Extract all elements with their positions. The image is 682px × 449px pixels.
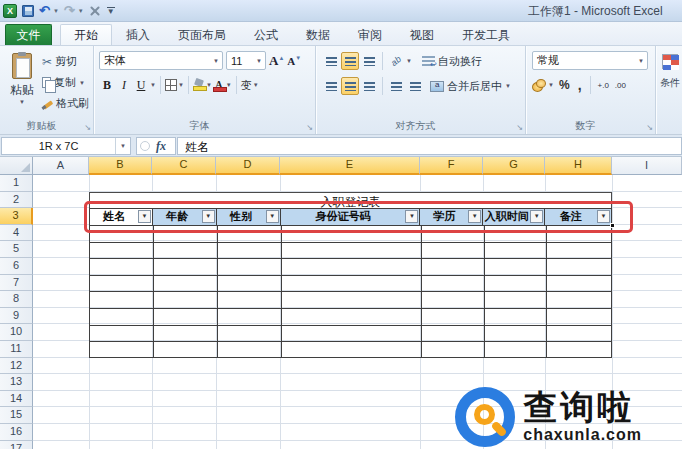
align-center-button[interactable]: [341, 77, 359, 95]
row-header-12[interactable]: 12: [0, 358, 33, 375]
redo-dropdown-icon[interactable]: ▼: [78, 8, 84, 14]
name-box[interactable]: 1R x 7C ▼: [1, 137, 131, 155]
row-header-10[interactable]: 10: [0, 324, 33, 341]
currency-icon[interactable]: [532, 79, 546, 92]
number-group: 常规▼ ▼ % , +.0 .00 数字 ↘: [526, 46, 656, 134]
row-header-5[interactable]: 5: [0, 241, 33, 258]
customize-quick-access-icon[interactable]: ▼: [107, 7, 115, 15]
alignment-group: ab▼ 自动换行 合并后居中▼ 对齐方式 ↘: [316, 46, 526, 134]
italic-button[interactable]: I: [116, 76, 132, 94]
align-bottom-button[interactable]: [360, 52, 378, 70]
chevron-down-icon: ▼: [213, 58, 219, 64]
name-box-dropdown-icon[interactable]: ▼: [115, 138, 130, 154]
column-header-h[interactable]: H: [545, 157, 612, 175]
column-header-a[interactable]: A: [33, 157, 89, 175]
paste-button[interactable]: 粘贴 ▼: [5, 50, 39, 122]
conditional-formatting-icon[interactable]: [662, 54, 678, 69]
tab-view[interactable]: 视图: [396, 24, 448, 45]
row-header-11[interactable]: 11: [0, 341, 33, 358]
ribbon-tab-row: 文件 开始 插入 页面布局 公式 数据 审阅 视图 开发工具: [0, 22, 682, 46]
watermark: 查询啦 chaxunla.com: [455, 387, 642, 447]
row-header-14[interactable]: 14: [0, 391, 33, 408]
row-header-8[interactable]: 8: [0, 291, 33, 308]
row-header-17[interactable]: 17: [0, 441, 33, 449]
chaxunla-logo-icon: [455, 387, 515, 447]
font-size-select[interactable]: 11▼: [226, 51, 266, 70]
tab-home[interactable]: 开始: [60, 24, 112, 45]
font-dialog-launcher-icon[interactable]: ↘: [306, 124, 313, 132]
tab-page-layout[interactable]: 页面布局: [164, 24, 240, 45]
font-group: 宋体▼ 11▼ A▲ A▼ B I U▼ ▼ ▼ A▼ 变▼ 字体 ↘: [94, 46, 316, 134]
increase-indent-button[interactable]: [406, 77, 424, 95]
column-header-b[interactable]: B: [89, 157, 152, 175]
phonetic-guide-icon[interactable]: 变: [241, 78, 252, 93]
column-header-f[interactable]: F: [420, 157, 483, 175]
merge-center-button[interactable]: 合并后居中▼: [430, 79, 511, 94]
undo-dropdown-icon[interactable]: ▼: [53, 8, 59, 14]
align-left-button[interactable]: [322, 77, 340, 95]
decrease-indent-button[interactable]: [387, 77, 405, 95]
merge-center-icon: [430, 81, 444, 92]
align-right-button[interactable]: [360, 77, 378, 95]
borders-icon[interactable]: [165, 79, 177, 91]
row-header-6[interactable]: 6: [0, 258, 33, 275]
undo-icon[interactable]: ↶: [39, 5, 50, 17]
number-group-label: 数字: [526, 119, 645, 133]
bold-button[interactable]: B: [99, 76, 115, 94]
font-name-select[interactable]: 宋体▼: [99, 51, 223, 70]
redo-icon[interactable]: ↷: [64, 5, 75, 17]
clipboard-dialog-launcher-icon[interactable]: ↘: [84, 124, 91, 132]
tab-review[interactable]: 审阅: [344, 24, 396, 45]
orientation-button[interactable]: ab: [387, 52, 405, 70]
ribbon: 粘贴 ▼ ✂剪切 复制▼ 格式刷 剪贴板 ↘ 宋体▼ 11▼ A▲ A▼ B I…: [0, 46, 682, 135]
row-header-1[interactable]: 1: [0, 175, 33, 192]
save-icon[interactable]: [22, 5, 34, 17]
decrease-decimal-button[interactable]: .00: [613, 81, 628, 90]
tools-icon[interactable]: [89, 5, 101, 17]
formula-input[interactable]: 姓名: [177, 137, 682, 155]
row-header-13[interactable]: 13: [0, 374, 33, 391]
row-header-9[interactable]: 9: [0, 308, 33, 325]
font-color-icon[interactable]: A: [213, 79, 225, 92]
worksheet[interactable]: 1 2 3 4 5 6 7 8 9 10 11 12 13 14 15 16 1…: [0, 175, 682, 449]
column-header-i[interactable]: I: [612, 157, 682, 175]
tab-formulas[interactable]: 公式: [240, 24, 292, 45]
comma-button[interactable]: ,: [575, 81, 585, 89]
tab-developer[interactable]: 开发工具: [448, 24, 524, 45]
select-all-corner[interactable]: [0, 157, 33, 175]
excel-logo-icon[interactable]: X: [3, 4, 17, 18]
format-painter-button[interactable]: 格式刷: [42, 93, 94, 114]
wrap-text-button[interactable]: 自动换行: [422, 54, 482, 69]
column-header-d[interactable]: D: [216, 157, 280, 175]
number-dialog-launcher-icon[interactable]: ↘: [646, 124, 653, 132]
row-header-4[interactable]: 4: [0, 225, 33, 242]
underline-button[interactable]: U: [133, 76, 149, 94]
increase-decimal-button[interactable]: +.0: [596, 81, 611, 90]
cut-button[interactable]: ✂剪切: [42, 51, 94, 72]
percent-button[interactable]: %: [556, 78, 573, 92]
grow-font-button[interactable]: A▲: [269, 53, 284, 69]
column-header-e[interactable]: E: [280, 157, 420, 175]
row-header-2[interactable]: 2: [0, 192, 33, 209]
insert-function-icon[interactable]: fx: [156, 139, 166, 154]
table-empty-rows[interactable]: [89, 225, 612, 358]
row-header-15[interactable]: 15: [0, 407, 33, 424]
row-header-7[interactable]: 7: [0, 275, 33, 292]
tab-data[interactable]: 数据: [292, 24, 344, 45]
column-header-c[interactable]: C: [152, 157, 216, 175]
cancel-enter-disabled-icon: [140, 141, 150, 151]
copy-button[interactable]: 复制▼: [42, 72, 94, 93]
title-bar: X ↶▼ ↷▼ ▼ 工作簿1 - Microsoft Excel: [0, 0, 682, 22]
number-format-select[interactable]: 常规▼: [532, 51, 648, 70]
align-middle-button[interactable]: [341, 52, 359, 70]
column-header-g[interactable]: G: [483, 157, 545, 175]
alignment-dialog-launcher-icon[interactable]: ↘: [516, 124, 523, 132]
tab-insert[interactable]: 插入: [112, 24, 164, 45]
paste-dropdown-icon[interactable]: ▼: [19, 99, 25, 105]
row-header-3[interactable]: 3: [0, 208, 33, 225]
align-top-button[interactable]: [322, 52, 340, 70]
row-header-16[interactable]: 16: [0, 424, 33, 441]
tab-file[interactable]: 文件: [5, 24, 52, 45]
shrink-font-button[interactable]: A▼: [287, 55, 301, 67]
fill-color-icon[interactable]: [193, 79, 205, 91]
